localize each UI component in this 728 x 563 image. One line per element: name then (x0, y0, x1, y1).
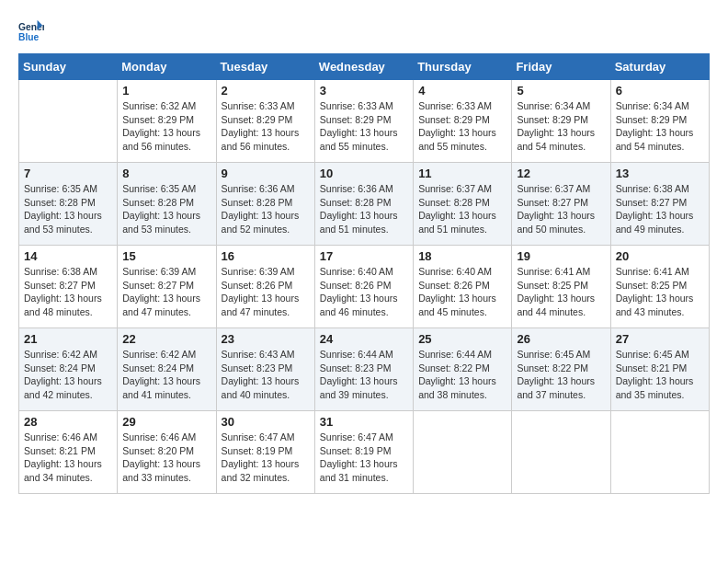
day-info: Sunrise: 6:40 AM Sunset: 8:26 PM Dayligh… (320, 265, 408, 319)
day-number: 22 (122, 332, 210, 346)
day-info: Sunrise: 6:38 AM Sunset: 8:27 PM Dayligh… (616, 182, 704, 236)
day-number: 17 (320, 249, 408, 263)
calendar-cell: 5Sunrise: 6:34 AM Sunset: 8:29 PM Daylig… (512, 80, 610, 163)
calendar-cell: 21Sunrise: 6:42 AM Sunset: 8:24 PM Dayli… (19, 328, 118, 411)
day-info: Sunrise: 6:43 AM Sunset: 8:23 PM Dayligh… (222, 348, 310, 402)
calendar-cell: 2Sunrise: 6:33 AM Sunset: 8:29 PM Daylig… (216, 80, 314, 163)
day-info: Sunrise: 6:33 AM Sunset: 8:29 PM Dayligh… (418, 99, 506, 154)
day-info: Sunrise: 6:42 AM Sunset: 8:24 PM Dayligh… (122, 348, 210, 402)
day-number: 27 (616, 332, 704, 346)
day-number: 12 (517, 167, 605, 180)
day-info: Sunrise: 6:33 AM Sunset: 8:29 PM Dayligh… (222, 99, 310, 154)
day-number: 26 (517, 332, 605, 346)
calendar-cell: 15Sunrise: 6:39 AM Sunset: 8:27 PM Dayli… (118, 246, 216, 328)
day-header-friday: Friday (512, 54, 610, 80)
day-header-monday: Monday (118, 54, 216, 80)
calendar-cell: 31Sunrise: 6:47 AM Sunset: 8:19 PM Dayli… (314, 411, 413, 494)
day-number: 29 (122, 415, 210, 429)
day-number: 7 (24, 167, 112, 180)
week-row-2: 7Sunrise: 6:35 AM Sunset: 8:28 PM Daylig… (19, 163, 710, 246)
calendar-cell: 20Sunrise: 6:41 AM Sunset: 8:25 PM Dayli… (610, 246, 709, 328)
day-header-wednesday: Wednesday (314, 54, 413, 80)
day-number: 31 (320, 415, 408, 429)
day-info: Sunrise: 6:46 AM Sunset: 8:21 PM Dayligh… (24, 431, 112, 485)
calendar-cell: 11Sunrise: 6:37 AM Sunset: 8:28 PM Dayli… (414, 163, 512, 246)
day-number: 14 (24, 249, 112, 263)
day-info: Sunrise: 6:32 AM Sunset: 8:29 PM Dayligh… (122, 99, 210, 154)
calendar-cell: 14Sunrise: 6:38 AM Sunset: 8:27 PM Dayli… (19, 246, 118, 328)
day-number: 15 (122, 249, 210, 263)
calendar-cell (512, 411, 610, 494)
calendar-cell: 9Sunrise: 6:36 AM Sunset: 8:28 PM Daylig… (216, 163, 314, 246)
day-number: 8 (122, 167, 210, 180)
day-number: 18 (418, 249, 506, 263)
day-info: Sunrise: 6:46 AM Sunset: 8:20 PM Dayligh… (122, 431, 210, 485)
svg-text:Blue: Blue (18, 32, 40, 42)
calendar-cell: 26Sunrise: 6:45 AM Sunset: 8:22 PM Dayli… (512, 328, 610, 411)
calendar-cell (610, 411, 709, 494)
day-header-sunday: Sunday (19, 54, 118, 80)
calendar-cell: 4Sunrise: 6:33 AM Sunset: 8:29 PM Daylig… (414, 80, 512, 163)
day-header-thursday: Thursday (414, 54, 512, 80)
calendar-cell: 1Sunrise: 6:32 AM Sunset: 8:29 PM Daylig… (118, 80, 216, 163)
week-row-3: 14Sunrise: 6:38 AM Sunset: 8:27 PM Dayli… (19, 246, 710, 328)
day-info: Sunrise: 6:45 AM Sunset: 8:21 PM Dayligh… (616, 348, 704, 402)
calendar-cell: 16Sunrise: 6:39 AM Sunset: 8:26 PM Dayli… (216, 246, 314, 328)
calendar-cell: 18Sunrise: 6:40 AM Sunset: 8:26 PM Dayli… (414, 246, 512, 328)
logo: General Blue (18, 18, 44, 44)
calendar-cell: 27Sunrise: 6:45 AM Sunset: 8:21 PM Dayli… (610, 328, 709, 411)
logo-icon: General Blue (18, 18, 44, 44)
calendar-cell (414, 411, 512, 494)
day-number: 16 (222, 249, 310, 263)
day-info: Sunrise: 6:36 AM Sunset: 8:28 PM Dayligh… (320, 182, 408, 236)
calendar-cell (19, 80, 118, 163)
day-info: Sunrise: 6:47 AM Sunset: 8:19 PM Dayligh… (222, 431, 310, 485)
calendar-cell: 28Sunrise: 6:46 AM Sunset: 8:21 PM Dayli… (19, 411, 118, 494)
day-header-saturday: Saturday (610, 54, 709, 80)
day-info: Sunrise: 6:34 AM Sunset: 8:29 PM Dayligh… (616, 99, 704, 154)
day-number: 13 (616, 167, 704, 180)
day-info: Sunrise: 6:37 AM Sunset: 8:28 PM Dayligh… (418, 182, 506, 236)
day-info: Sunrise: 6:45 AM Sunset: 8:22 PM Dayligh… (517, 348, 605, 402)
calendar-cell: 24Sunrise: 6:44 AM Sunset: 8:23 PM Dayli… (314, 328, 413, 411)
calendar-table: SundayMondayTuesdayWednesdayThursdayFrid… (18, 53, 710, 494)
day-info: Sunrise: 6:33 AM Sunset: 8:29 PM Dayligh… (320, 99, 408, 154)
calendar-cell: 23Sunrise: 6:43 AM Sunset: 8:23 PM Dayli… (216, 328, 314, 411)
calendar-cell: 25Sunrise: 6:44 AM Sunset: 8:22 PM Dayli… (414, 328, 512, 411)
day-info: Sunrise: 6:35 AM Sunset: 8:28 PM Dayligh… (24, 182, 112, 236)
day-info: Sunrise: 6:40 AM Sunset: 8:26 PM Dayligh… (418, 265, 506, 319)
day-number: 2 (222, 84, 310, 98)
day-number: 3 (320, 84, 408, 98)
calendar-cell: 17Sunrise: 6:40 AM Sunset: 8:26 PM Dayli… (314, 246, 413, 328)
day-info: Sunrise: 6:36 AM Sunset: 8:28 PM Dayligh… (222, 182, 310, 236)
day-number: 1 (122, 84, 210, 98)
week-row-5: 28Sunrise: 6:46 AM Sunset: 8:21 PM Dayli… (19, 411, 710, 494)
calendar-cell: 19Sunrise: 6:41 AM Sunset: 8:25 PM Dayli… (512, 246, 610, 328)
calendar-cell: 29Sunrise: 6:46 AM Sunset: 8:20 PM Dayli… (118, 411, 216, 494)
day-number: 25 (418, 332, 506, 346)
day-header-tuesday: Tuesday (216, 54, 314, 80)
calendar-cell: 3Sunrise: 6:33 AM Sunset: 8:29 PM Daylig… (314, 80, 413, 163)
day-info: Sunrise: 6:37 AM Sunset: 8:27 PM Dayligh… (517, 182, 605, 236)
calendar-cell: 8Sunrise: 6:35 AM Sunset: 8:28 PM Daylig… (118, 163, 216, 246)
day-number: 19 (517, 249, 605, 263)
day-number: 24 (320, 332, 408, 346)
calendar-cell: 13Sunrise: 6:38 AM Sunset: 8:27 PM Dayli… (610, 163, 709, 246)
day-number: 23 (222, 332, 310, 346)
day-info: Sunrise: 6:38 AM Sunset: 8:27 PM Dayligh… (24, 265, 112, 319)
day-info: Sunrise: 6:44 AM Sunset: 8:22 PM Dayligh… (418, 348, 506, 402)
day-number: 10 (320, 167, 408, 180)
calendar-cell: 12Sunrise: 6:37 AM Sunset: 8:27 PM Dayli… (512, 163, 610, 246)
header-row: SundayMondayTuesdayWednesdayThursdayFrid… (19, 54, 710, 80)
day-info: Sunrise: 6:39 AM Sunset: 8:27 PM Dayligh… (122, 265, 210, 319)
day-number: 6 (616, 84, 704, 98)
day-number: 28 (24, 415, 112, 429)
day-number: 5 (517, 84, 605, 98)
day-info: Sunrise: 6:42 AM Sunset: 8:24 PM Dayligh… (24, 348, 112, 402)
day-info: Sunrise: 6:41 AM Sunset: 8:25 PM Dayligh… (517, 265, 605, 319)
day-number: 30 (222, 415, 310, 429)
day-number: 4 (418, 84, 506, 98)
day-number: 11 (418, 167, 506, 180)
day-info: Sunrise: 6:39 AM Sunset: 8:26 PM Dayligh… (222, 265, 310, 319)
calendar-cell: 22Sunrise: 6:42 AM Sunset: 8:24 PM Dayli… (118, 328, 216, 411)
